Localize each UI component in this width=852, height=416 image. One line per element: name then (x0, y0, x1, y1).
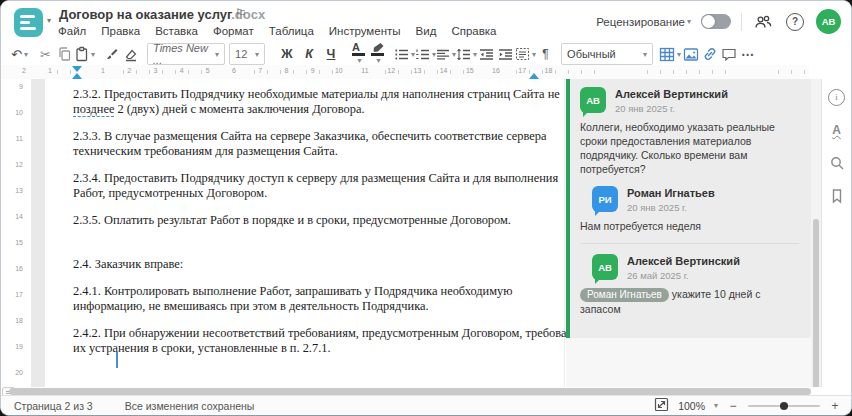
right-sidebar: i А (821, 79, 851, 387)
text-line: 2.4.1. Контролировать выполнение Работ, … (73, 284, 544, 299)
ruler-number: 14 (440, 67, 448, 74)
underline-button[interactable]: Ч (320, 44, 342, 65)
comment-text: Роман Игнатьев укажите 10 дней с запасом (580, 287, 799, 316)
comment[interactable]: АВАлексей Вертинский26 май 2025 г.Роман … (580, 254, 799, 316)
align-button[interactable] (436, 44, 456, 65)
insert-link-button[interactable] (700, 44, 719, 65)
review-mode-dropdown[interactable]: Рецензирование (596, 16, 691, 28)
bookmark-icon[interactable] (827, 186, 847, 206)
fit-page-icon[interactable] (654, 397, 669, 414)
cut-button[interactable]: ✂ (36, 44, 55, 65)
collaboration-users-icon[interactable] (752, 11, 774, 33)
bullet-list-button[interactable] (394, 44, 415, 65)
zoom-out-button[interactable]: − (727, 399, 739, 413)
document-page[interactable]: 2.3.2. Предоставить Подрядчику необходим… (45, 79, 565, 387)
more-tools-button[interactable]: ⋯ (738, 44, 757, 65)
comment-header: АВАлексей Вертинский20 янв 2025 г. (580, 87, 799, 114)
zoom-in-button[interactable]: + (829, 399, 841, 413)
horizontal-scrollbar-thumb[interactable] (9, 388, 811, 395)
menu-item[interactable]: Файл (58, 25, 86, 37)
format-painter-icon[interactable] (102, 44, 121, 65)
page-indicator[interactable]: Страница 2 из 3 (14, 400, 93, 412)
text-line: Работ, предусмотренных Договором. (73, 186, 544, 201)
review-toggle[interactable] (701, 14, 731, 29)
insert-comment-button[interactable] (719, 44, 738, 65)
app-logo-icon[interactable] (14, 8, 43, 37)
paragraph-style-select[interactable]: Обычный▾ (561, 43, 653, 65)
paragraph: 2.3.5. Оплатить результат Работ в порядк… (73, 213, 544, 228)
zoom-slider[interactable] (748, 405, 820, 407)
vertical-scrollbar-thumb[interactable] (813, 219, 819, 387)
text-line: 2.3.3. В случае размещения Сайта на серв… (73, 129, 544, 144)
insert-image-button[interactable] (681, 44, 700, 65)
text-line: 2.4. Заказчик вправе: (73, 257, 544, 272)
line-spacing-button[interactable] (456, 44, 477, 65)
font-color-button[interactable]: А (349, 44, 368, 65)
menu-item[interactable]: Правка (101, 25, 140, 37)
insert-table-button[interactable] (659, 44, 681, 65)
menu-item[interactable]: Инструменты (329, 25, 401, 37)
menu-item[interactable]: Формат (213, 25, 254, 37)
comment-avatar: АВ (580, 87, 606, 113)
paste-button[interactable] (74, 44, 95, 65)
menu-item[interactable]: Вставка (155, 25, 198, 37)
increase-indent-button[interactable] (496, 44, 515, 65)
zoom-level[interactable]: 100% (678, 400, 705, 412)
text-line: их устранения в сроки, установленные в п… (73, 341, 544, 356)
paragraph: 2.4. Заказчик вправе: (73, 257, 544, 272)
paragraph: 2.3.2. Предоставить Подрядчику необходим… (73, 87, 544, 117)
vertical-scrollbar[interactable] (811, 79, 821, 387)
decrease-indent-button[interactable] (477, 44, 496, 65)
spellcheck-icon[interactable]: А (827, 120, 847, 140)
document-text[interactable]: 2.3.2. Предоставить Подрядчику необходим… (73, 87, 544, 368)
help-icon[interactable]: ? (784, 11, 806, 33)
divider (741, 13, 742, 31)
comment-author: Роман Игнатьев (627, 186, 715, 200)
menu-item[interactable]: Таблица (269, 25, 314, 37)
user-avatar[interactable]: АВ (816, 9, 841, 34)
comment-thread[interactable]: АВАлексей Вертинский20 янв 2025 г.Коллег… (566, 79, 811, 338)
comment-avatar: РИ (592, 186, 618, 212)
paragraph: 2.3.3. В случае размещения Сайта на серв… (73, 129, 544, 159)
vertical-ruler[interactable]: 91011121314151617181920 (1, 79, 31, 387)
ruler-number: 13 (1, 187, 23, 194)
save-status: Все изменения сохранены (125, 400, 255, 412)
zoom-slider-thumb[interactable] (780, 402, 788, 410)
logo-caret-icon[interactable]: ▾ (47, 16, 51, 25)
comments-panel: АВАлексей Вертинский20 янв 2025 г.Коллег… (566, 79, 811, 387)
copy-button[interactable] (55, 44, 74, 65)
ruler-number: 16 (1, 265, 23, 272)
comment[interactable]: РИРоман Игнатьев20 янв 2025 г.Нам потреб… (580, 186, 799, 233)
text-line: 2.3.4. Предоставить Подрядчику доступ к … (73, 171, 544, 186)
search-icon[interactable] (827, 153, 847, 173)
mention-pill[interactable]: Роман Игнатьев (580, 288, 669, 302)
ruler-number: 14 (1, 213, 23, 220)
highlight-color-button[interactable] (368, 44, 387, 65)
flag-icon[interactable]: ⚐ (235, 6, 247, 21)
ruler-number: 19 (1, 343, 23, 350)
undo-button[interactable]: ↶ (10, 44, 29, 65)
zoom-caret-icon[interactable]: ▾ (714, 401, 718, 410)
info-icon[interactable]: i (827, 87, 847, 107)
comment-date: 26 май 2025 г. (627, 270, 740, 281)
menu-item[interactable]: Справка (451, 25, 496, 37)
font-name-select[interactable]: Times New ...▾ (147, 43, 225, 65)
clear-style-icon[interactable] (121, 44, 140, 65)
ruler-number: 2 (127, 67, 131, 74)
horizontal-ruler[interactable]: 21123456789101112131415161718 (1, 65, 809, 80)
ruler-number: 6 (232, 67, 236, 74)
comment[interactable]: АВАлексей Вертинский20 янв 2025 г.Коллег… (580, 87, 799, 176)
nonprinting-chars-button[interactable]: ¶ (536, 44, 555, 65)
ruler-number: 3 (153, 67, 157, 74)
ruler-number: 8 (284, 67, 288, 74)
ruler-number: 2 (22, 67, 26, 74)
numbered-list-button[interactable] (415, 44, 436, 65)
bold-button[interactable]: Ж (276, 44, 298, 65)
italic-button[interactable]: К (298, 44, 320, 65)
font-size-select[interactable]: 12▾ (229, 43, 265, 65)
paragraph-settings-button[interactable] (515, 44, 536, 65)
ruler-number: 12 (387, 67, 395, 74)
first-line-indent-marker[interactable] (72, 66, 82, 72)
menu-item[interactable]: Вид (416, 25, 437, 37)
paragraph: 2.4.1. Контролировать выполнение Работ, … (73, 284, 544, 314)
